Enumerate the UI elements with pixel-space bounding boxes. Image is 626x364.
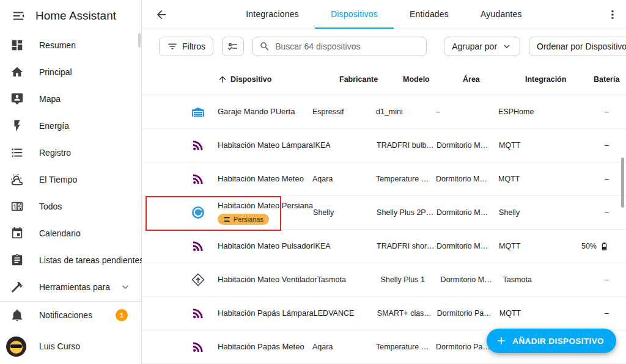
device-table: Dispositivo Fabricante Modelo Área Integ… (142, 64, 626, 364)
tab-integraciones[interactable]: Integraciones (230, 0, 315, 29)
column-header-area[interactable]: Área (463, 75, 525, 84)
sidebar-item-todos[interactable]: Todos (0, 193, 141, 220)
area-cell: Dormitorio M… (436, 175, 498, 183)
chevron-down-icon[interactable] (119, 281, 131, 293)
device-name[interactable]: Habitación Papás Lámpara (218, 308, 314, 318)
device-name[interactable]: Habitación Mateo Meteo (218, 174, 312, 184)
tab-dispositivos[interactable]: Dispositivos (315, 0, 394, 29)
manufacturer-cell: Aqara (312, 175, 376, 183)
sidebar-item-label: Calendario (39, 228, 81, 238)
sidebar-item-label: Todos (39, 202, 62, 211)
filter-icon (167, 41, 178, 52)
mqtt-icon (191, 239, 205, 253)
battery-value: 50% (581, 242, 597, 250)
sidebar-item-notificaciones[interactable]: Notificaciones 1 (0, 302, 141, 329)
device-name-cell: Habitación Papás Meteo (218, 342, 312, 352)
tabs: Integraciones Dispositivos Entidades Ayu… (142, 0, 626, 29)
add-device-button[interactable]: AÑADIR DISPOSITIVO (487, 329, 616, 353)
back-button[interactable] (147, 0, 176, 29)
manufacturer-cell: Espressif (312, 107, 376, 116)
sidebar-item-listas-tareas[interactable]: Listas de tareas pendientes (0, 247, 141, 274)
sidebar-item-label: Resumen (39, 40, 76, 50)
table-row[interactable]: Habitación Mateo PulsadorIKEATRADFRI sho… (142, 230, 626, 263)
table-row[interactable]: Habitación Mateo MeteoAqaraTemperature …… (142, 162, 626, 196)
table-body: Garaje Mando PUertaEspressifd1_mini–ESPH… (142, 95, 626, 364)
filters-button[interactable]: Filtros (159, 37, 213, 56)
device-name[interactable]: Habitación Mateo Pulsador (218, 241, 313, 251)
integration-cell: ESPHome (498, 107, 567, 116)
calendar-icon (10, 226, 24, 241)
device-name-cell: Habitación Mateo PersianaPersianas (218, 201, 313, 225)
home-icon (10, 65, 24, 79)
table-row[interactable]: Habitación Mateo VentiladorTasmotaShelly… (142, 263, 626, 297)
column-header-integracion[interactable]: Integración (525, 75, 594, 84)
sidebar-item-el-tiempo[interactable]: El Tiempo (0, 166, 141, 193)
sidebar-item-resumen[interactable]: Resumen (0, 32, 141, 59)
device-name[interactable]: Habitación Mateo Lámpara (218, 140, 313, 150)
table-row[interactable]: Garaje Mando PUertaEspressifd1_mini–ESPH… (142, 95, 626, 129)
manufacturer-cell: Tasmota (317, 275, 381, 284)
battery-cell: 50% (567, 242, 609, 251)
battery-50-icon (600, 242, 609, 251)
tab-entidades[interactable]: Entidades (394, 0, 465, 29)
sidebar-scrollbar[interactable] (138, 33, 141, 48)
device-name[interactable]: Habitación Mateo Persiana (218, 201, 313, 211)
device-icon-cell (191, 272, 218, 287)
manufacturer-cell: Aqara (312, 343, 376, 351)
table-row[interactable]: Habitación Papás LámparaLEDVANCESMART+ c… (142, 297, 626, 330)
sidebar-item-calendario[interactable]: Calendario (0, 220, 141, 247)
sidebar-item-mapa[interactable]: Mapa (0, 86, 141, 112)
menu-toggle-icon (12, 9, 25, 23)
dots-vertical-icon (606, 8, 619, 21)
hammer-icon (10, 280, 24, 294)
sort-by-button[interactable]: Ordenar por Dispositivo (529, 37, 626, 56)
content-scrollbar[interactable] (621, 158, 624, 208)
tab-ayudantes[interactable]: Ayudantes (465, 0, 538, 29)
sidebar-item-label: Notificaciones (39, 310, 92, 320)
table-row[interactable]: Habitación Mateo PersianaPersianasShelly… (142, 196, 626, 230)
overflow-menu-button[interactable] (599, 0, 626, 29)
app-title: Home Assistant (35, 9, 116, 23)
sort-by-label: Ordenar por Dispositivo (537, 42, 626, 51)
sidebar-toggle-button[interactable] (5, 2, 32, 29)
device-name[interactable]: Garaje Mando PUerta (218, 107, 312, 117)
garage-device-icon (191, 104, 205, 119)
device-name[interactable]: Habitación Mateo Ventilador (218, 275, 317, 285)
battery-value: – (605, 107, 609, 116)
table-row[interactable]: Habitación Mateo LámparaIKEATRADFRI bulb… (142, 129, 626, 162)
device-name-cell: Habitación Mateo Ventilador (218, 275, 317, 285)
sidebar-item-label: Energía (39, 121, 69, 131)
model-cell: d1_mini (376, 107, 436, 116)
sidebar-user-profile[interactable]: Luis Curso (0, 329, 141, 364)
device-name-cell: Habitación Mateo Pulsador (218, 241, 313, 251)
device-name[interactable]: Habitación Papás Meteo (218, 342, 312, 352)
mqtt-icon (191, 138, 205, 153)
table-toolbar: Filtros Agrupar por Ordenar por Disposit… (142, 29, 626, 64)
user-name: Luis Curso (39, 341, 80, 351)
model-cell: Shelly Plus 1 (381, 275, 441, 284)
sidebar-item-registro[interactable]: Registro (0, 139, 141, 166)
sidebar-item-principal[interactable]: Principal (0, 59, 141, 86)
integration-cell: MQTT (499, 309, 568, 318)
battery-value: – (605, 275, 609, 284)
battery-value: – (605, 208, 609, 217)
group-by-button[interactable]: Agrupar por (444, 37, 520, 56)
column-header-bateria[interactable]: Batería (594, 75, 619, 84)
column-header-dispositivo[interactable]: Dispositivo (218, 75, 339, 84)
model-cell: TRADFRI bulb… (377, 141, 436, 150)
integration-cell: Shelly (499, 208, 567, 217)
area-cell: Dormitorio M… (436, 208, 499, 217)
column-header-modelo[interactable]: Modelo (403, 75, 463, 84)
sidebar-item-energia[interactable]: Energía (0, 112, 141, 139)
battery-value: – (605, 175, 609, 183)
weather-partly-cloudy-icon (10, 172, 24, 187)
map-tooltip-account-icon (10, 92, 24, 106)
selection-mode-button[interactable] (222, 37, 244, 56)
search-input[interactable] (275, 42, 420, 51)
sidebar-item-herramientas[interactable]: Herramientas para (0, 274, 141, 300)
column-header-fabricante[interactable]: Fabricante (339, 75, 403, 84)
area-cell: Dormitorio M… (441, 275, 503, 284)
counter-icon (10, 199, 24, 214)
manufacturer-cell: LEDVANCE (314, 309, 377, 318)
integration-cell: MQTT (499, 242, 567, 250)
